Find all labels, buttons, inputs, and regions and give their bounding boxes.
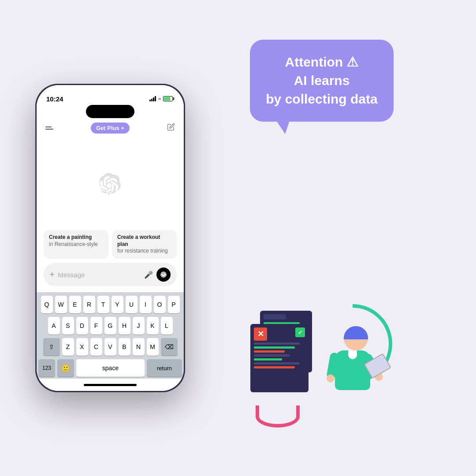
svg-rect-1 [166, 274, 167, 275]
keyboard-row-1: Q W E R T Y U I O P [38, 296, 182, 313]
key-o[interactable]: O [154, 296, 166, 313]
key-h[interactable]: H [119, 317, 130, 335]
chip-1-title: Create a painting [49, 234, 103, 241]
keyboard-bottom-row: 123 🙂 space return [38, 359, 182, 377]
key-s[interactable]: S [62, 317, 74, 335]
mic-icon[interactable]: 🎤 [144, 271, 153, 279]
home-indicator [37, 379, 184, 391]
bubble-line3: by collecting data [266, 92, 377, 106]
person-illustration [322, 326, 383, 423]
emoji-key[interactable]: 🙂 [57, 359, 74, 377]
wave-button[interactable] [156, 268, 171, 282]
shift-key[interactable]: ⇧ [43, 338, 60, 356]
key-c[interactable]: C [90, 338, 102, 356]
key-a[interactable]: A [48, 317, 60, 335]
key-w[interactable]: W [55, 296, 67, 313]
chat-area: Create a painting in Renaissance-style C… [37, 137, 184, 292]
key-p[interactable]: P [168, 296, 180, 313]
chatgpt-logo [99, 173, 121, 195]
wifi-icon: ≈ [158, 96, 161, 101]
keyboard: Q W E R T Y U I O P A S [37, 292, 184, 379]
chip-1-subtitle: in Renaissance-style [49, 241, 103, 248]
nav-bar: Get Plus + [37, 118, 184, 137]
message-input-row: + Message 🎤 [44, 263, 177, 286]
svg-rect-2 [162, 273, 163, 276]
key-v[interactable]: V [104, 338, 116, 356]
suggestion-chips: Create a painting in Renaissance-style C… [44, 230, 177, 259]
svg-rect-5 [164, 273, 165, 276]
key-r[interactable]: R [83, 296, 95, 313]
signal-icon [149, 96, 156, 101]
key-l[interactable]: L [161, 317, 173, 335]
svg-rect-0 [161, 274, 162, 275]
key-f[interactable]: F [90, 317, 102, 335]
message-placeholder[interactable]: Message [58, 271, 141, 279]
key-b[interactable]: B [119, 338, 130, 356]
phone-screen: 10:24 ≈ [37, 85, 184, 391]
right-side: Attention ⚠ AI learns by collecting data [185, 26, 450, 450]
status-icons: ≈ [149, 96, 174, 101]
phone-mockup: 10:24 ≈ [35, 84, 185, 392]
backspace-key[interactable]: ⌫ [161, 338, 178, 356]
key-k[interactable]: K [147, 317, 159, 335]
key-t[interactable]: T [97, 296, 109, 313]
speech-bubble: Attention ⚠ AI learns by collecting data [250, 40, 393, 122]
key-z[interactable]: Z [62, 338, 74, 356]
doc-card-front: ✕ ✓ [250, 324, 309, 392]
key-i[interactable]: I [140, 296, 152, 313]
add-icon[interactable]: + [50, 270, 55, 279]
person-body [335, 350, 370, 390]
space-key[interactable]: space [76, 359, 145, 377]
home-bar [84, 384, 137, 386]
suggestion-chip-1[interactable]: Create a painting in Renaissance-style [44, 230, 108, 259]
numbers-key[interactable]: 123 [38, 359, 55, 377]
key-g[interactable]: G [104, 317, 116, 335]
key-e[interactable]: E [69, 296, 81, 313]
key-u[interactable]: U [126, 296, 138, 313]
svg-rect-4 [163, 273, 164, 277]
bubble-line2: AI learns [294, 73, 350, 88]
phone-body: 10:24 ≈ [35, 84, 185, 392]
key-n[interactable]: N [133, 338, 145, 356]
dynamic-island [86, 105, 134, 118]
status-time: 10:24 [46, 95, 63, 103]
person-right-arm [362, 352, 383, 379]
key-x[interactable]: X [76, 338, 88, 356]
battery-icon [163, 96, 174, 101]
keyboard-row-2: A S D F G H J K L [38, 317, 182, 335]
chip-2-subtitle: for resistance training [117, 248, 171, 255]
key-d[interactable]: D [76, 317, 88, 335]
red-arc [256, 405, 300, 428]
key-j[interactable]: J [133, 317, 145, 335]
key-q[interactable]: Q [41, 296, 53, 313]
illustration: ✕ ✓ [247, 295, 397, 436]
canvas: 10:24 ≈ [0, 0, 476, 476]
get-plus-button[interactable]: Get Plus + [91, 123, 130, 134]
keyboard-row-3: ⇧ Z X C V B N M ⌫ [38, 338, 182, 356]
person-left-hand [326, 374, 335, 383]
edit-icon[interactable] [167, 123, 175, 133]
key-m[interactable]: M [147, 338, 159, 356]
svg-rect-3 [164, 273, 165, 276]
person-head [344, 326, 368, 350]
status-bar: 10:24 ≈ [37, 85, 184, 107]
person-left-arm [326, 352, 339, 380]
x-mark-icon: ✕ [254, 327, 267, 341]
return-key[interactable]: return [147, 359, 182, 377]
suggestion-chip-2[interactable]: Create a workout plan for resistance tra… [112, 230, 177, 259]
menu-icon[interactable] [45, 126, 53, 130]
chip-2-title: Create a workout plan [117, 234, 171, 248]
key-y[interactable]: Y [112, 296, 123, 313]
bubble-text: Attention ⚠ AI learns by collecting data [266, 53, 377, 108]
person-collar [348, 350, 357, 359]
person-hair [344, 326, 368, 339]
bubble-line1: Attention ⚠ [285, 55, 359, 69]
